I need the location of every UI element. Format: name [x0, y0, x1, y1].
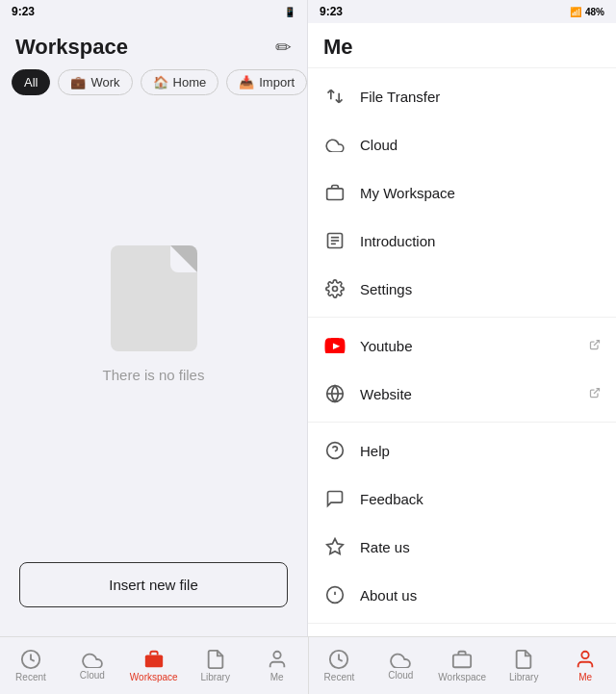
nav-library-left[interactable]: Library — [185, 637, 246, 694]
file-transfer-icon — [323, 85, 346, 108]
introduction-icon — [323, 229, 346, 252]
tab-work[interactable]: 💼 Work — [58, 69, 132, 95]
rate-us-icon — [323, 535, 346, 558]
insert-btn-container: Insert new file — [0, 562, 307, 636]
right-panel-title: Me — [308, 23, 616, 68]
svg-point-5 — [333, 287, 338, 292]
right-nav: Recent Cloud Workspace Library Me — [309, 637, 617, 694]
svg-line-6 — [594, 340, 600, 346]
nav-cloud-right[interactable]: Cloud — [370, 637, 431, 694]
menu-item-file-transfer[interactable]: File Transfer — [308, 72, 616, 120]
svg-point-21 — [581, 652, 588, 658]
nav-recent-left[interactable]: Recent — [0, 637, 62, 694]
settings-icon — [323, 277, 346, 300]
menu-item-cloud[interactable]: Cloud — [308, 120, 616, 168]
feedback-icon — [323, 487, 346, 510]
tab-home[interactable]: 🏠 Home — [141, 69, 219, 95]
empty-file-illustration — [111, 245, 197, 351]
nav-library-label-right: Library — [509, 672, 539, 682]
workspace-nav-icon-left — [143, 649, 165, 670]
me-nav-icon-right — [575, 649, 596, 670]
menu-item-feedback[interactable]: Feedback — [308, 475, 616, 523]
nav-recent-label-left: Recent — [15, 672, 46, 682]
nav-me-right[interactable]: Me — [554, 637, 616, 694]
nav-recent-right[interactable]: Recent — [309, 637, 371, 694]
status-time-right: 9:23 — [320, 5, 343, 18]
cloud-nav-icon-right — [390, 651, 411, 668]
svg-rect-0 — [327, 189, 344, 200]
nav-cloud-label-right: Cloud — [388, 670, 413, 681]
wifi-icon: 📶 — [570, 7, 581, 17]
right-panel: Me File Transfer Cloud — [308, 23, 616, 636]
left-panel: Workspace ✏ All 💼 Work 🏠 Home 📥 Import T… — [0, 23, 308, 636]
nav-me-label-right: Me — [578, 672, 592, 682]
nav-workspace-label-left: Workspace — [130, 672, 178, 682]
tab-import[interactable]: 📥 Import — [226, 69, 307, 95]
nav-library-label-left: Library — [200, 672, 230, 682]
menu-item-website[interactable]: Website — [308, 370, 616, 418]
nav-cloud-left[interactable]: Cloud — [62, 637, 123, 694]
left-panel-title: Workspace — [15, 35, 128, 60]
nav-workspace-right[interactable]: Workspace — [431, 637, 493, 694]
edit-icon[interactable]: ✏ — [275, 36, 292, 59]
menu-item-rate-us[interactable]: Rate us — [308, 523, 616, 571]
left-header: Workspace ✏ — [0, 23, 307, 69]
youtube-icon — [323, 334, 346, 357]
menu-item-my-workspace[interactable]: My Workspace — [308, 168, 616, 217]
menu-item-settings[interactable]: Settings — [308, 265, 616, 313]
me-nav-icon-left — [267, 649, 288, 670]
rate-us-label: Rate us — [360, 539, 601, 555]
menu-item-youtube[interactable]: Youtube — [308, 321, 616, 370]
cloud-nav-icon-left — [82, 651, 103, 668]
website-icon — [323, 382, 346, 405]
left-nav: Recent Cloud Workspace Library Me — [0, 637, 309, 694]
library-nav-icon-left — [205, 649, 226, 670]
nav-workspace-label-right: Workspace — [438, 672, 486, 682]
filter-tabs: All 💼 Work 🏠 Home 📥 Import — [0, 69, 307, 105]
nav-library-right[interactable]: Library — [493, 637, 554, 694]
status-icons-right: 📶 48% — [570, 7, 604, 17]
bottom-nav: Recent Cloud Workspace Library Me Recent — [0, 636, 616, 694]
about-us-icon — [323, 583, 346, 606]
status-time-left: 9:23 — [12, 5, 35, 18]
briefcase-icon: 💼 — [70, 75, 86, 90]
cloud-label: Cloud — [360, 137, 601, 153]
no-files-label: There is no files — [103, 367, 205, 383]
nav-workspace-left[interactable]: Workspace — [123, 637, 185, 694]
recent-icon-right — [328, 649, 349, 670]
feedback-label: Feedback — [360, 491, 601, 507]
menu-item-about-us[interactable]: About us — [308, 571, 616, 619]
file-transfer-label: File Transfer — [360, 89, 601, 105]
battery-text: 48% — [585, 7, 604, 17]
help-label: Help — [360, 443, 601, 459]
settings-label: Settings — [360, 281, 601, 297]
status-icons-left: 📱 — [284, 7, 295, 17]
tab-all[interactable]: All — [12, 69, 50, 95]
help-icon — [323, 439, 346, 462]
external-link-icon-website — [589, 387, 601, 401]
library-nav-icon-right — [513, 649, 534, 670]
menu-section-1: File Transfer Cloud My Workspace — [308, 68, 616, 318]
insert-new-file-button[interactable]: Insert new file — [19, 562, 288, 607]
about-us-label: About us — [360, 587, 601, 604]
import-icon: 📥 — [239, 75, 254, 90]
nav-me-label-left: Me — [270, 672, 284, 682]
svg-point-18 — [273, 652, 280, 658]
website-label: Website — [360, 386, 576, 402]
svg-rect-17 — [145, 655, 163, 667]
home-icon: 🏠 — [153, 75, 168, 90]
workspace-nav-icon-right — [451, 649, 473, 670]
menu-item-help[interactable]: Help — [308, 426, 616, 475]
menu-section-2: Youtube Website — [308, 318, 616, 423]
svg-line-9 — [594, 388, 600, 394]
cloud-icon — [323, 133, 346, 156]
menu-section-3: Help Feedback Rate us — [308, 423, 616, 624]
nav-me-left[interactable]: Me — [246, 637, 308, 694]
recent-icon-left — [20, 649, 41, 670]
nav-recent-label-right: Recent — [324, 672, 355, 682]
my-workspace-icon — [323, 181, 346, 204]
nav-cloud-label-left: Cloud — [80, 670, 105, 681]
menu-item-introduction[interactable]: Introduction — [308, 217, 616, 265]
svg-rect-20 — [453, 655, 471, 667]
external-link-icon-youtube — [589, 339, 601, 353]
